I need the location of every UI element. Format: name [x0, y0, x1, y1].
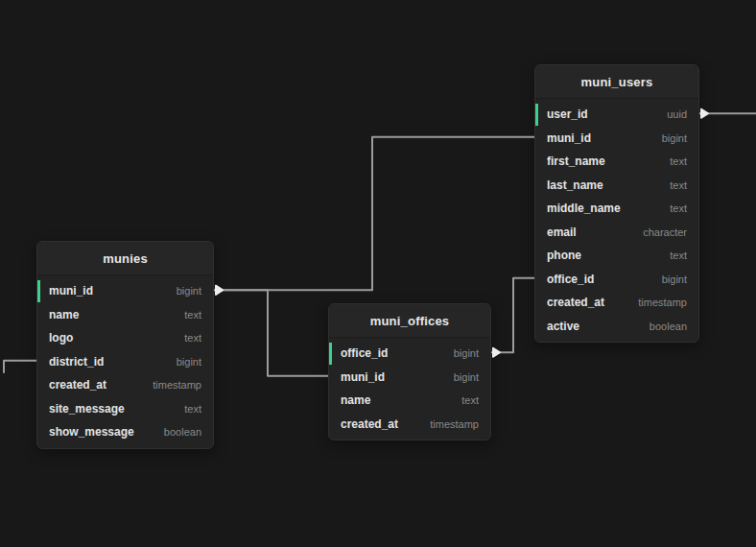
column-row-created_at: created_attimestamp: [535, 291, 698, 315]
edge-arrow-icon: [701, 109, 708, 118]
table-columns-list: muni_idbigintnametextlogotextdistrict_id…: [37, 275, 213, 448]
table-title: muni_users: [581, 75, 653, 89]
column-row-office_id: office_idbigint: [329, 342, 490, 366]
column-row-last_name: last_nametext: [535, 174, 698, 198]
column-name: office_id: [341, 346, 388, 360]
column-type: timestamp: [430, 418, 479, 430]
column-row-first_name: first_nametext: [535, 150, 698, 174]
column-row-user_id: user_iduuid: [535, 103, 698, 127]
primary-key-indicator: [329, 343, 332, 365]
column-type: boolean: [164, 426, 201, 438]
column-row-middle_name: middle_nametext: [535, 197, 698, 221]
column-type: text: [461, 394, 479, 406]
column-type: timestamp: [638, 297, 687, 308]
relationship-edge-munies_muni_id__muni_offices_muni_id: [214, 290, 328, 376]
column-type: text: [670, 202, 687, 214]
column-row-show_message: show_messageboolean: [37, 420, 213, 444]
column-name: show_message: [49, 425, 134, 439]
column-name: name: [49, 308, 79, 321]
column-type: character: [643, 226, 687, 238]
column-row-created_at: created_attimestamp: [329, 413, 490, 437]
column-name: active: [547, 320, 579, 333]
column-type: text: [670, 155, 687, 167]
column-name: created_at: [49, 378, 106, 392]
column-row-site_message: site_messagetext: [37, 397, 213, 421]
table-node-muni_offices[interactable]: muni_officesoffice_idbigintmuni_idbigint…: [328, 303, 491, 440]
column-name: first_name: [547, 155, 605, 168]
column-row-muni_id: muni_idbigint: [535, 127, 698, 151]
column-name: last_name: [547, 178, 603, 192]
column-type: text: [184, 309, 201, 321]
column-type: bigint: [454, 371, 479, 383]
schema-canvas[interactable]: muniesmuni_idbigintnametextlogotextdistr…: [0, 0, 756, 547]
edge-arrow-icon: [216, 286, 223, 295]
column-type: text: [670, 179, 687, 191]
primary-key-indicator: [535, 104, 538, 126]
column-row-name: nametext: [329, 389, 490, 413]
table-columns-list: office_idbigintmuni_idbigintnametextcrea…: [329, 338, 490, 440]
column-row-office_id: office_idbigint: [535, 268, 698, 292]
column-name: created_at: [341, 417, 398, 431]
column-row-name: nametext: [37, 303, 213, 327]
column-name: middle_name: [547, 202, 621, 215]
column-name: muni_id: [341, 370, 385, 384]
column-name: site_message: [49, 402, 125, 416]
table-node-muni_users[interactable]: muni_usersuser_iduuidmuni_idbigintfirst_…: [534, 64, 699, 343]
column-name: email: [547, 226, 577, 239]
column-type: boolean: [650, 321, 687, 332]
table-columns-list: user_iduuidmuni_idbigintfirst_nametextla…: [535, 99, 698, 342]
column-type: bigint: [662, 274, 687, 285]
edge-arrow-icon: [493, 348, 500, 357]
column-row-email: emailcharacter: [535, 221, 698, 245]
table-header: muni_users: [535, 65, 698, 99]
column-row-muni_id: muni_idbigint: [37, 279, 213, 303]
column-row-district_id: district_idbigint: [37, 350, 213, 374]
table-node-munies[interactable]: muniesmuni_idbigintnametextlogotextdistr…: [36, 241, 214, 449]
column-row-created_at: created_attimestamp: [37, 373, 213, 397]
column-name: phone: [547, 249, 581, 262]
column-type: text: [670, 250, 687, 261]
table-header: muni_offices: [329, 304, 490, 338]
table-title: munies: [103, 251, 148, 266]
relationship-edge-munies_muni_id__muni_users_muni_id: [214, 137, 534, 291]
column-name: office_id: [547, 273, 594, 286]
table-header: munies: [37, 242, 213, 275]
column-name: muni_id: [49, 284, 93, 297]
column-type: text: [184, 403, 201, 415]
column-row-phone: phonetext: [535, 244, 698, 268]
column-type: bigint: [662, 132, 687, 144]
column-type: bigint: [177, 285, 201, 297]
column-type: uuid: [667, 108, 687, 120]
column-row-logo: logotext: [37, 326, 213, 350]
edge-arrow-icon: [216, 286, 223, 295]
relationship-edge-muni_offices_office_id__muni_users_office_id: [491, 278, 534, 353]
column-type: text: [184, 332, 201, 344]
column-type: timestamp: [153, 379, 201, 391]
table-title: muni_offices: [370, 314, 450, 328]
column-name: name: [341, 393, 370, 407]
column-row-active: activeboolean: [535, 315, 698, 339]
column-type: bigint: [454, 347, 479, 359]
column-row-muni_id: muni_idbigint: [329, 366, 490, 390]
column-name: logo: [49, 331, 73, 345]
primary-key-indicator: [37, 280, 40, 302]
column-name: created_at: [547, 296, 604, 309]
column-type: bigint: [177, 356, 201, 368]
relationship-edge-munies_district_id__offscreen_left: [4, 361, 36, 373]
column-name: user_id: [547, 107, 588, 121]
column-name: muni_id: [547, 131, 591, 145]
column-name: district_id: [49, 355, 104, 369]
